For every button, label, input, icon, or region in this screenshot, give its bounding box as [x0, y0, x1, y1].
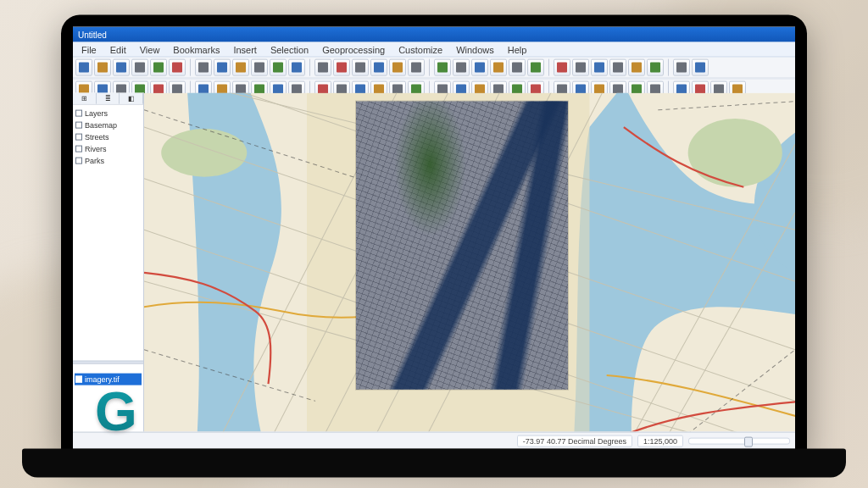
menu-item-bookmarks[interactable]: Bookmarks — [168, 42, 225, 56]
toc-layer-list-top: LayersBasemapStreetsRiversParks — [73, 105, 143, 361]
toolbar-button-1-28[interactable] — [628, 59, 645, 76]
toolbar-separator — [190, 59, 191, 76]
menu-item-customize[interactable]: Customize — [393, 42, 448, 56]
map-view[interactable] — [144, 93, 795, 432]
toolbar-button-1-21[interactable] — [490, 59, 507, 76]
svg-point-3 — [688, 119, 782, 187]
toolbar-button-1-24[interactable] — [554, 59, 570, 76]
toolbar-button-1-10[interactable] — [270, 59, 287, 76]
toc-layer-list-bottom: imagery.tif — [73, 364, 143, 432]
toc-item-label: Rivers — [85, 145, 107, 153]
workspace: ⊞≣◧ LayersBasemapStreetsRiversParks imag… — [73, 93, 795, 432]
toc-item[interactable]: Streets — [75, 131, 142, 143]
toc-tab-1[interactable]: ≣ — [97, 93, 120, 104]
toc-item-label: Basemap — [85, 121, 117, 130]
checkbox-icon[interactable] — [75, 110, 82, 117]
aerial-imagery-overlay[interactable] — [356, 102, 568, 390]
menu-item-windows[interactable]: Windows — [451, 42, 499, 56]
menu-item-view[interactable]: View — [135, 42, 165, 56]
toolbar-button-1-5[interactable] — [169, 59, 186, 76]
toc-tab-2[interactable]: ◧ — [120, 93, 143, 104]
toolbar-separator — [668, 59, 669, 76]
toolbar-button-1-1[interactable] — [94, 59, 111, 76]
toolbar-button-1-31[interactable] — [692, 59, 709, 76]
checkbox-icon[interactable] — [75, 158, 82, 164]
toc-item-label: Layers — [85, 109, 108, 118]
toolbar-button-1-6[interactable] — [195, 59, 212, 76]
toolbar-separator — [429, 59, 430, 76]
toc-item[interactable]: Parks — [75, 155, 142, 167]
table-of-contents-panel: ⊞≣◧ LayersBasemapStreetsRiversParks imag… — [73, 93, 144, 432]
status-bar: -73.97 40.77 Decimal Degrees 1:125,000 — [73, 432, 795, 449]
toc-item[interactable]: imagery.tif — [75, 374, 142, 385]
toolbar-button-1-9[interactable] — [251, 59, 268, 76]
toolbar-separator — [309, 59, 310, 76]
checkbox-icon[interactable] — [75, 146, 82, 152]
menu-item-help[interactable]: Help — [503, 42, 532, 56]
zoom-slider-thumb[interactable] — [744, 436, 753, 446]
toolbar-button-1-25[interactable] — [572, 59, 589, 76]
toc-tab-strip: ⊞≣◧ — [73, 93, 143, 105]
toc-item[interactable]: Layers — [75, 108, 142, 119]
checkbox-icon[interactable] — [75, 122, 82, 129]
toolbar-button-1-8[interactable] — [232, 59, 249, 76]
toolbar-button-1-7[interactable] — [214, 59, 231, 76]
toolbar-separator — [548, 59, 549, 76]
toolbar-button-1-26[interactable] — [591, 59, 608, 76]
toolbar-button-1-4[interactable] — [150, 59, 167, 76]
toc-item[interactable]: Rivers — [75, 143, 142, 155]
menu-item-edit[interactable]: Edit — [105, 42, 131, 56]
checkbox-icon[interactable] — [75, 134, 82, 141]
toolbar-button-1-22[interactable] — [509, 59, 526, 76]
laptop-frame: Untitled FileEditViewBookmarksInsertSele… — [61, 15, 807, 456]
toolbar-button-1-3[interactable] — [131, 59, 148, 76]
toolbar-button-1-15[interactable] — [370, 59, 387, 76]
zoom-slider[interactable] — [688, 437, 790, 444]
toolbar-button-1-0[interactable] — [75, 59, 92, 76]
checkbox-icon[interactable] — [75, 376, 82, 383]
toolbar-button-1-20[interactable] — [471, 59, 488, 76]
svg-point-2 — [161, 129, 247, 177]
toolbar-button-1-14[interactable] — [352, 59, 369, 76]
toolbar-button-1-2[interactable] — [113, 59, 130, 76]
toc-item-label: Streets — [85, 133, 109, 141]
toolbar-button-1-27[interactable] — [609, 59, 626, 76]
toolbar-button-1-29[interactable] — [647, 59, 664, 76]
toc-tab-0[interactable]: ⊞ — [73, 93, 97, 104]
toolbar-button-1-17[interactable] — [408, 59, 425, 76]
status-coordinates: -73.97 40.77 Decimal Degrees — [517, 435, 632, 446]
toolbar-button-1-30[interactable] — [673, 59, 690, 76]
menu-item-geoprocessing[interactable]: Geoprocessing — [317, 42, 390, 56]
menu-item-selection[interactable]: Selection — [265, 42, 314, 56]
toolbar-row-1 — [73, 58, 795, 79]
status-scale[interactable]: 1:125,000 — [637, 435, 683, 446]
window-titlebar: Untitled — [73, 27, 795, 42]
toc-item-label: Parks — [85, 157, 104, 165]
menu-item-file[interactable]: File — [76, 42, 102, 56]
toolbar-button-1-19[interactable] — [453, 59, 470, 76]
toolbar-button-1-16[interactable] — [389, 59, 406, 76]
toolbar-button-1-13[interactable] — [333, 59, 350, 76]
menu-bar: FileEditViewBookmarksInsertSelectionGeop… — [73, 42, 795, 58]
window-title: Untitled — [78, 30, 107, 39]
toc-item[interactable]: Basemap — [75, 119, 142, 131]
toolbar-button-1-12[interactable] — [314, 59, 331, 76]
toolbar-button-1-23[interactable] — [527, 59, 544, 76]
menu-item-insert[interactable]: Insert — [228, 42, 262, 56]
toolbar-button-1-18[interactable] — [434, 59, 451, 76]
toc-item-label: imagery.tif — [85, 375, 120, 384]
toolbar-button-1-11[interactable] — [288, 59, 305, 76]
screen: Untitled FileEditViewBookmarksInsertSele… — [73, 27, 795, 449]
